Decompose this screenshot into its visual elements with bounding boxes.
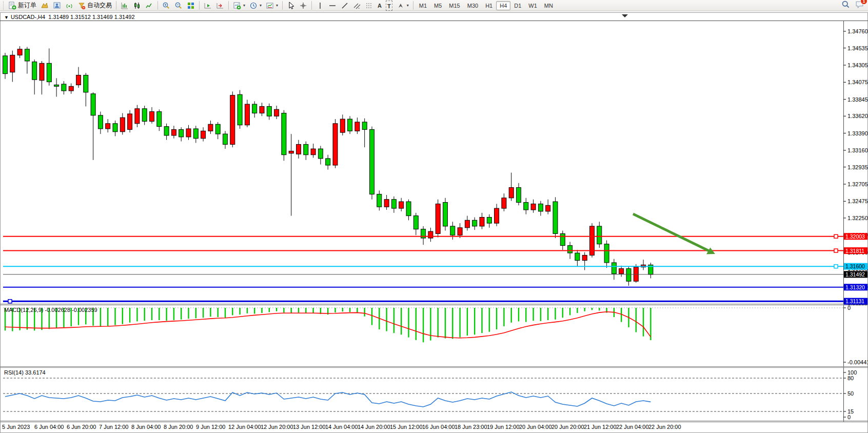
price-axis-label: 1.34760 [847, 28, 868, 34]
arrows-tool-button[interactable]: ▾ [394, 0, 411, 11]
candle [619, 269, 624, 274]
equidistant-channel-button[interactable] [351, 0, 363, 11]
label-tool-button[interactable]: T [384, 0, 394, 11]
hline-handle[interactable] [834, 249, 838, 252]
toolbar-grip [3, 2, 5, 10]
zoom-out-button[interactable] [172, 0, 185, 11]
candle [208, 124, 213, 131]
candle [568, 246, 573, 253]
candlestick-chart-button[interactable] [131, 0, 143, 11]
candle [450, 226, 455, 235]
periods-button[interactable]: ▾ [247, 0, 264, 11]
bar-chart-button[interactable] [119, 0, 131, 11]
search-icon[interactable] [841, 0, 850, 11]
candle [128, 114, 132, 129]
hline-handle[interactable] [834, 234, 838, 238]
candle [399, 202, 404, 208]
tab-h4[interactable]: H4 [496, 1, 510, 10]
macd-signal-line [5, 312, 650, 338]
candle [538, 204, 543, 211]
zoom-in-button[interactable] [160, 0, 172, 11]
time-axis-label: 22 Jun 04:00 [616, 424, 649, 430]
auto-scroll-button[interactable] [202, 0, 214, 11]
time-axis-label: 14 Jun 20:00 [358, 424, 390, 430]
tile-windows-button[interactable] [185, 0, 197, 11]
candle [604, 244, 609, 263]
tab-d1[interactable]: D1 [510, 1, 525, 10]
fibonacci-button[interactable] [363, 0, 376, 11]
candle [106, 124, 110, 129]
new-order-button[interactable]: 新订单 [6, 0, 38, 11]
time-axis-label: 21 Jun 12:00 [584, 424, 617, 430]
chart-shift-icon [216, 2, 224, 10]
templates-button[interactable]: ▾ [264, 0, 280, 11]
equidistant-channel-icon [353, 2, 361, 10]
line-chart-button[interactable] [143, 0, 155, 11]
time-axis-label: 13 Jun 12:00 [293, 424, 326, 430]
candle [135, 109, 140, 124]
candle [318, 149, 323, 159]
tab-m5[interactable]: M5 [430, 1, 445, 10]
tab-m30[interactable]: M30 [464, 1, 482, 10]
candle [230, 95, 235, 145]
candle [348, 119, 352, 131]
arrows-icon [397, 2, 405, 10]
chart-canvas[interactable]: 1.347601.345351.343051.340751.338451.336… [0, 12, 868, 433]
price-axis-label: 1.33390 [847, 130, 868, 136]
toolbar-separator [157, 1, 158, 10]
chevron-down-icon: ▾ [276, 3, 278, 8]
indicators-button[interactable]: ▾ [231, 0, 247, 11]
candle [54, 85, 59, 86]
profile-button[interactable] [51, 0, 63, 11]
chart-shift-button[interactable] [214, 0, 226, 11]
tab-w1[interactable]: W1 [525, 1, 541, 10]
candle [47, 63, 51, 82]
indicators-icon [233, 2, 241, 10]
candle [546, 205, 550, 211]
crosshair-button[interactable] [297, 0, 309, 11]
candle [436, 204, 440, 233]
cursor-icon [287, 2, 295, 10]
autotrading-button[interactable]: 自动交易 [75, 0, 114, 11]
price-axis-label: 1.34305 [847, 62, 868, 68]
candle [333, 124, 338, 165]
candle [62, 84, 66, 91]
candle [413, 216, 418, 229]
charts-gold-button[interactable] [38, 0, 51, 11]
candle [443, 203, 448, 226]
tab-m15[interactable]: M15 [445, 1, 463, 10]
tab-m1[interactable]: M1 [416, 1, 430, 10]
rsi-line [5, 392, 650, 407]
chat-button[interactable]: 1 [855, 0, 864, 11]
vertical-line-button[interactable] [314, 0, 326, 11]
candle [32, 62, 37, 80]
symbol-dropdown-icon[interactable]: ▼ [4, 15, 9, 20]
candle [76, 75, 81, 85]
charts-gold-icon [41, 2, 49, 10]
trendline-button[interactable] [339, 0, 351, 11]
candle [25, 49, 29, 61]
tab-h1[interactable]: H1 [482, 1, 496, 10]
candle [502, 198, 506, 208]
hline-handle[interactable] [8, 300, 12, 303]
cursor-button[interactable] [285, 0, 297, 11]
signals-button[interactable] [63, 0, 75, 11]
hline-handle[interactable] [834, 265, 838, 268]
candle [98, 115, 103, 129]
toolbar-separator [116, 1, 116, 10]
time-axis-label: 15 Jun 12:00 [390, 424, 423, 430]
price-axis-label: 1.32250 [847, 215, 868, 221]
price-axis-label: 1.33845 [847, 96, 868, 103]
candle [245, 104, 249, 125]
text-tool-button[interactable]: A [376, 0, 384, 11]
tab-mn[interactable]: MN [541, 1, 557, 10]
candle [406, 202, 411, 216]
time-axis-label: 8 Jun 04:00 [131, 424, 161, 430]
text-icon: A [378, 3, 382, 9]
time-axis-label: 20 Jun 20:00 [551, 424, 584, 430]
candle [531, 204, 536, 210]
horizontal-line-button[interactable] [326, 0, 339, 11]
candle [186, 129, 191, 137]
trend-arrow[interactable] [633, 214, 709, 251]
chart-shift-marker[interactable] [622, 14, 628, 17]
